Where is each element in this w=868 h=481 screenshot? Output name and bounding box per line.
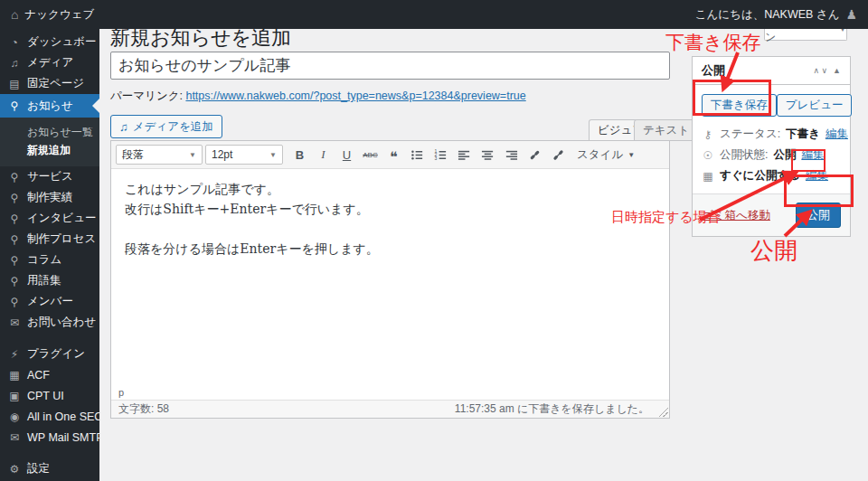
underline-button[interactable]: U bbox=[336, 145, 357, 165]
bold-button[interactable]: B bbox=[289, 145, 310, 165]
autosave-message: 11:57:35 am に下書きを保存しました。 bbox=[455, 401, 649, 417]
sidebar-item-label: ACF bbox=[27, 369, 50, 382]
editor-element-path[interactable]: p bbox=[111, 386, 669, 400]
sidebar-item-label: 用語集 bbox=[27, 273, 61, 288]
add-media-label: メディアを追加 bbox=[133, 119, 213, 135]
editor-content-area[interactable]: これはサンプル記事です。 改行はShiftキー+Enterキーで行います。 段落… bbox=[111, 169, 669, 386]
sidebar-item-dashboard[interactable]: ◔ ダッシュボード bbox=[0, 32, 99, 52]
publish-panel-title: 公開 bbox=[702, 62, 725, 79]
strikethrough-button[interactable]: ABC bbox=[360, 145, 381, 165]
sidebar-item-label: WP Mail SMTP bbox=[27, 431, 104, 444]
table-icon: ▦ bbox=[8, 369, 21, 382]
publish-button[interactable]: 公開 bbox=[796, 203, 841, 228]
sidebar-item-label: メディア bbox=[27, 55, 73, 71]
sidebar-item-works[interactable]: ⚲ 制作実績 bbox=[0, 187, 99, 208]
sidebar-item-label: コラム bbox=[27, 252, 61, 268]
visibility-row: ☉ 公開状態: 公開 編集 bbox=[702, 145, 841, 165]
collapse-toggle-icon[interactable]: ▲ bbox=[833, 66, 841, 75]
align-left-button[interactable] bbox=[454, 145, 475, 165]
submenu-news-add-new[interactable]: 新規追加 bbox=[0, 141, 99, 159]
add-media-button[interactable]: ♫ メディアを追加 bbox=[110, 115, 222, 138]
sidebar-item-label: インタビュー bbox=[27, 211, 96, 226]
content-editor: 段落 ▼ 12pt ▼ B I U ABC ❝ 123 bbox=[110, 140, 670, 419]
align-center-icon bbox=[481, 148, 495, 162]
chevron-down-icon: ▼ bbox=[269, 151, 277, 159]
blockquote-button[interactable]: ❝ bbox=[383, 145, 404, 165]
post-status-icon: ⚷ bbox=[702, 128, 714, 141]
sidebar-item-aioseo[interactable]: ◉ All in One SEO bbox=[0, 406, 99, 427]
submenu-news-list[interactable]: お知らせ一覧 bbox=[0, 123, 99, 141]
sidebar-item-glossary[interactable]: ⚲ 用語集 bbox=[0, 270, 99, 291]
link-icon bbox=[528, 148, 542, 162]
sidebar-item-column[interactable]: ⚲ コラム bbox=[0, 250, 99, 270]
align-right-icon bbox=[505, 148, 518, 162]
font-size-dropdown[interactable]: 12pt ▼ bbox=[205, 145, 283, 165]
paragraph-format-value: 段落 bbox=[122, 147, 144, 163]
gear-icon: ⚙ bbox=[8, 463, 21, 476]
tab-text[interactable]: テキスト bbox=[634, 119, 698, 141]
unlink-button[interactable] bbox=[548, 145, 569, 165]
content-line: 改行はShiftキー+Enterキーで行います。 bbox=[125, 199, 656, 219]
sidebar-item-process[interactable]: ⚲ 制作プロセス bbox=[0, 229, 99, 250]
content-line: 段落を分ける場合はEnterキーを押します。 bbox=[125, 239, 656, 259]
editor-resize-handle[interactable] bbox=[657, 406, 668, 417]
sidebar-item-wp-mail-smtp[interactable]: ✉ WP Mail SMTP bbox=[0, 427, 99, 448]
edit-status-link[interactable]: 編集 bbox=[826, 127, 848, 142]
sidebar-item-label: 設定 bbox=[27, 461, 50, 476]
sidebar-item-news[interactable]: ⚲ お知らせ bbox=[0, 94, 99, 118]
italic-button[interactable]: I bbox=[313, 145, 334, 165]
sidebar-item-label: プラグイン bbox=[27, 346, 85, 362]
align-right-button[interactable] bbox=[501, 145, 522, 165]
post-title-input[interactable] bbox=[110, 52, 670, 80]
admin-sidebar: ◔ ダッシュボード ♫ メディア ▤ 固定ページ ⚲ お知らせ お知らせ一覧 新… bbox=[0, 29, 99, 481]
publish-settings: ⚷ ステータス: 下書き 編集 ☉ 公開状態: 公開 編集 ▦ すぐに公開する … bbox=[693, 122, 850, 193]
sidebar-item-contact[interactable]: ✉ お問い合わせ bbox=[0, 312, 99, 333]
status-label: ステータス: bbox=[720, 127, 780, 142]
sidebar-item-label: 制作プロセス bbox=[27, 231, 96, 247]
edit-visibility-link[interactable]: 編集 bbox=[801, 147, 824, 163]
admin-bar-account[interactable]: こんにちは、NAKWEB さん ♟ bbox=[695, 7, 857, 23]
word-count: 文字数: 58 bbox=[118, 401, 169, 417]
chevron-down-icon: ▼ bbox=[627, 151, 635, 159]
dashboard-icon: ◔ bbox=[8, 36, 21, 49]
align-center-button[interactable] bbox=[477, 145, 498, 165]
sidebar-item-pages[interactable]: ▤ 固定ページ bbox=[0, 73, 99, 94]
editor-status-bar: 文字数: 58 11:57:35 am に下書きを保存しました。 bbox=[111, 400, 669, 418]
permalink: パーマリンク: https://www.nakweb.com/?post_typ… bbox=[110, 89, 526, 104]
add-media-icon: ♫ bbox=[119, 120, 128, 134]
sidebar-item-media[interactable]: ♫ メディア bbox=[0, 52, 99, 73]
styles-dropdown[interactable]: スタイル ▼ bbox=[571, 147, 640, 163]
sidebar-item-interview[interactable]: ⚲ インタビュー bbox=[0, 208, 99, 229]
permalink-link[interactable]: https://www.nakweb.com/?post_type=news&p… bbox=[185, 90, 525, 102]
plugin-icon: ⚡ bbox=[8, 348, 21, 361]
move-up-down-icons[interactable]: ∧ ∨ bbox=[813, 66, 827, 75]
sidebar-item-acf[interactable]: ▦ ACF bbox=[0, 364, 99, 385]
calendar-icon: ▦ bbox=[702, 170, 714, 183]
sidebar-item-services[interactable]: ⚲ サービス bbox=[0, 166, 99, 187]
move-to-trash-link[interactable]: ゴミ箱へ移動 bbox=[702, 208, 770, 223]
numbered-list-icon: 123 bbox=[434, 148, 448, 162]
sidebar-item-settings[interactable]: ⚙ 設定 bbox=[0, 458, 99, 479]
site-name[interactable]: ナックウェブ bbox=[24, 7, 94, 23]
sidebar-item-cpt-ui[interactable]: ▣ CPT UI bbox=[0, 385, 99, 406]
paragraph-format-dropdown[interactable]: 段落 ▼ bbox=[116, 145, 203, 165]
publish-panel: 公開 ∧ ∨ ▲ 下書き保存 プレビュー ⚷ ステータス: 下書き 編集 ☉ 公… bbox=[692, 56, 851, 237]
admin-bar-site[interactable]: ⌂ ナックウェブ bbox=[11, 7, 94, 23]
envelope-icon: ✉ bbox=[8, 316, 21, 329]
preview-button[interactable]: プレビュー bbox=[777, 94, 853, 117]
numbered-list-button[interactable]: 123 bbox=[430, 145, 451, 165]
bullet-list-button[interactable] bbox=[407, 145, 428, 165]
edit-schedule-link[interactable]: 編集 bbox=[806, 168, 828, 184]
sidebar-item-label: お問い合わせ bbox=[27, 315, 96, 330]
publish-minor-actions: 下書き保存 プレビュー bbox=[693, 85, 850, 122]
sidebar-item-members[interactable]: ⚲ メンバー bbox=[0, 291, 99, 312]
sidebar-item-plugins[interactable]: ⚡ プラグイン bbox=[0, 344, 99, 364]
news-submenu: お知らせ一覧 新規追加 bbox=[0, 118, 99, 166]
save-draft-button[interactable]: 下書き保存 bbox=[702, 94, 777, 117]
link-button[interactable] bbox=[524, 145, 545, 165]
home-icon: ⌂ bbox=[11, 7, 18, 22]
sidebar-item-label: ダッシュボード bbox=[27, 34, 108, 50]
publish-panel-header[interactable]: 公開 ∧ ∨ ▲ bbox=[693, 57, 850, 85]
greeting-text[interactable]: こんにちは、NAKWEB さん bbox=[695, 7, 840, 23]
annotation-publish-text: 公開 bbox=[750, 235, 797, 267]
